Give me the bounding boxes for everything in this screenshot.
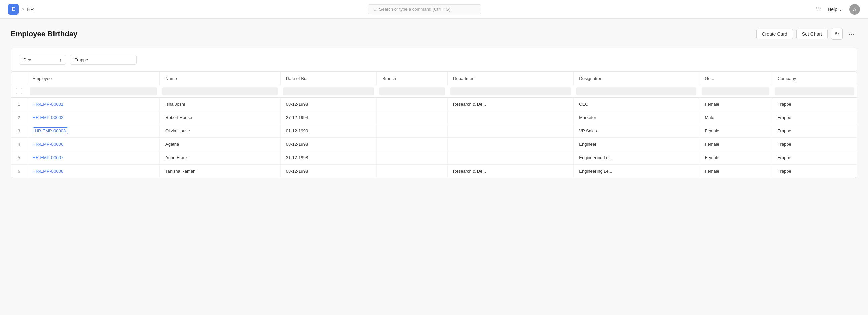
col-name: Name [160,72,281,85]
col-dob: Date of Bi... [280,72,376,85]
notification-icon[interactable]: ♡ [815,6,821,13]
table-row: 5HR-EMP-00007Anne Frank21-12-1998Enginee… [11,151,857,164]
row-branch [377,151,448,164]
name-col-filter[interactable] [162,87,278,95]
select-all-checkbox[interactable] [16,88,22,94]
row-number: 4 [11,138,27,151]
table-row: 3HR-EMP-00003Olivia House01-12-1990VP Sa… [11,124,857,138]
branch-col-filter[interactable] [379,87,445,95]
row-number: 2 [11,111,27,124]
row-branch [377,164,448,178]
row-designation: Engineering Le... [574,164,699,178]
row-number: 1 [11,98,27,111]
company-col-filter[interactable] [775,87,854,95]
row-employee-id[interactable]: HR-EMP-00003 [27,124,160,138]
designation-col-filter[interactable] [577,87,696,95]
row-dob: 08-12-1998 [280,98,376,111]
column-filter-row [11,85,857,98]
col-employee: Employee [27,72,160,85]
header-actions: Create Card Set Chart ↻ ⋯ [756,28,857,40]
breadcrumb-area: E > HR [8,4,34,15]
row-department: Research & De... [448,98,574,111]
row-gender: Female [699,138,772,151]
row-employee-id[interactable]: HR-EMP-00001 [27,98,160,111]
row-number: 5 [11,151,27,164]
table-row: 4HR-EMP-00006Agatha08-12-1998EngineerFem… [11,138,857,151]
row-designation: Engineering Le... [574,151,699,164]
row-dob: 08-12-1998 [280,138,376,151]
row-number: 6 [11,164,27,178]
table-row: 6HR-EMP-00008Tanisha Ramani08-12-1998Res… [11,164,857,178]
row-employee-name: Tanisha Ramani [160,164,281,178]
topnav: E > HR ○ Search or type a command (Ctrl … [0,0,868,19]
app-icon: E [8,4,19,15]
col-company: Company [772,72,857,85]
help-button[interactable]: Help ⌄ [828,7,843,12]
search-area: ○ Search or type a command (Ctrl + G) [34,4,816,14]
department-col-filter[interactable] [451,87,571,95]
row-department: Research & De... [448,164,574,178]
dob-col-filter[interactable] [283,87,374,95]
employee-col-filter[interactable] [30,87,157,95]
row-branch [377,98,448,111]
row-branch [377,124,448,138]
page-header: Employee Birthday Create Card Set Chart … [11,28,857,40]
breadcrumb-hr[interactable]: HR [27,7,34,12]
month-filter-icon: ↕ [60,57,62,62]
company-filter-label: Frappe [74,57,88,62]
col-gender: Ge... [699,72,772,85]
search-icon: ○ [373,7,376,12]
row-dob: 08-12-1998 [280,164,376,178]
row-gender: Male [699,111,772,124]
row-gender: Female [699,124,772,138]
row-company: Frappe [772,98,857,111]
data-table: Employee Name Date of Bi... Branch Depar… [11,71,857,178]
row-number: 3 [11,124,27,138]
gender-col-filter[interactable] [702,87,769,95]
row-gender: Female [699,164,772,178]
row-designation: Engineer [574,138,699,151]
row-designation: Marketer [574,111,699,124]
more-options-button[interactable]: ⋯ [846,29,857,39]
row-company: Frappe [772,124,857,138]
table-row: 1HR-EMP-00001Isha Joshi08-12-1998Researc… [11,98,857,111]
row-dob: 21-12-1998 [280,151,376,164]
row-employee-id[interactable]: HR-EMP-00008 [27,164,160,178]
row-gender: Female [699,98,772,111]
row-employee-id[interactable]: HR-EMP-00006 [27,138,160,151]
row-employee-id[interactable]: HR-EMP-00002 [27,111,160,124]
row-department [448,138,574,151]
row-company: Frappe [772,151,857,164]
table-header-row: Employee Name Date of Bi... Branch Depar… [11,72,857,85]
help-chevron-icon: ⌄ [839,7,843,12]
row-employee-name: Agatha [160,138,281,151]
row-gender: Female [699,151,772,164]
month-filter[interactable]: Dec ↕ [19,55,66,65]
filter-section: Dec ↕ Frappe [11,48,857,71]
topnav-right: ♡ Help ⌄ A [815,4,860,15]
set-chart-button[interactable]: Set Chart [797,29,828,39]
col-checkbox [11,72,27,85]
table-row: 2HR-EMP-00002Robert House27-12-1994Marke… [11,111,857,124]
avatar[interactable]: A [849,4,860,15]
create-card-button[interactable]: Create Card [756,29,793,39]
row-company: Frappe [772,164,857,178]
main-content: Employee Birthday Create Card Set Chart … [0,19,868,187]
help-label: Help [828,7,837,12]
row-dob: 27-12-1994 [280,111,376,124]
search-bar[interactable]: ○ Search or type a command (Ctrl + G) [368,4,482,14]
row-employee-name: Anne Frank [160,151,281,164]
row-employee-id[interactable]: HR-EMP-00007 [27,151,160,164]
company-filter[interactable]: Frappe [70,55,137,65]
row-employee-name: Olivia House [160,124,281,138]
search-placeholder: Search or type a command (Ctrl + G) [379,7,451,12]
row-branch [377,138,448,151]
col-designation: Designation [574,72,699,85]
row-dob: 01-12-1990 [280,124,376,138]
month-filter-label: Dec [23,57,31,62]
row-department [448,124,574,138]
refresh-button[interactable]: ↻ [831,28,843,40]
filter-row: Dec ↕ Frappe [19,55,849,65]
row-branch [377,111,448,124]
row-department [448,151,574,164]
